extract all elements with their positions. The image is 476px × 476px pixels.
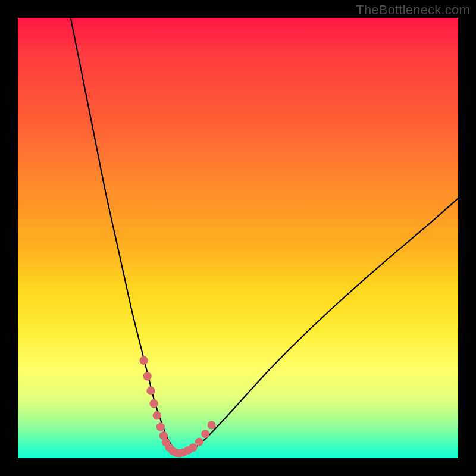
- watermark-label: TheBottleneck.com: [356, 2, 470, 18]
- accent-dot: [143, 372, 151, 380]
- accent-dot: [195, 438, 203, 446]
- accent-dot: [149, 399, 158, 408]
- accent-dot: [139, 356, 148, 365]
- accent-dot: [208, 421, 216, 430]
- accent-dots-bottom: [162, 438, 188, 458]
- outer-frame: TheBottleneck.com: [0, 0, 476, 476]
- accent-dots-right: [184, 421, 215, 455]
- accent-dot: [146, 387, 155, 395]
- accent-dot: [156, 422, 165, 431]
- primary-curve: [71, 18, 458, 453]
- chart-svg: [18, 18, 458, 458]
- accent-dot: [201, 430, 209, 438]
- plot-area: [18, 18, 458, 458]
- accent-dot: [153, 411, 161, 419]
- accent-dot: [189, 443, 198, 452]
